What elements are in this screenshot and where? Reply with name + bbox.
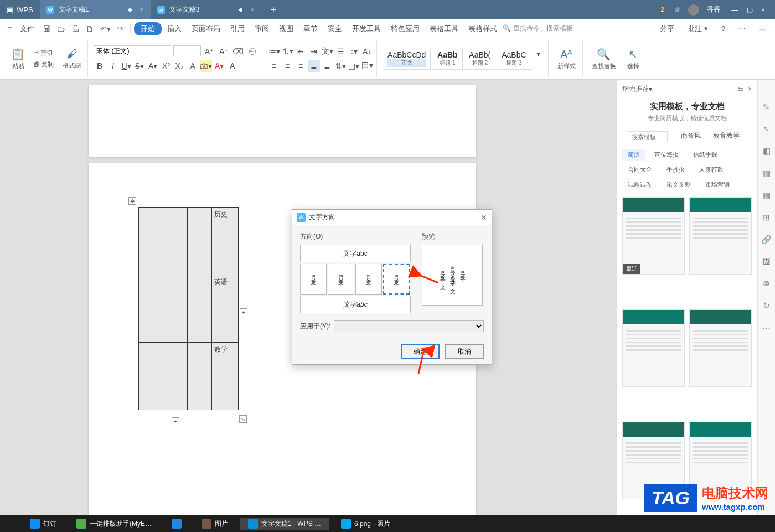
italic-button[interactable]: I — [107, 60, 119, 72]
maximize-icon[interactable]: ▢ — [743, 6, 756, 14]
crown-icon[interactable]: ♕ — [674, 6, 680, 14]
cat-letter[interactable]: 信纸手账 — [688, 149, 723, 161]
cat-exam[interactable]: 试题试卷 — [622, 179, 658, 190]
close-icon[interactable]: × — [251, 6, 255, 14]
subscript-button[interactable]: X₂ — [173, 60, 185, 72]
menu-share[interactable]: 分享 — [655, 22, 679, 36]
resize-handle-icon[interactable]: ⤡ — [239, 415, 247, 423]
edit-icon[interactable]: ✎ — [763, 102, 770, 112]
avatar[interactable] — [688, 4, 699, 16]
paste-button[interactable]: 📋粘贴 — [8, 47, 28, 71]
taskbar-typeset[interactable]: 一键排版助手(MyE… — [69, 518, 159, 530]
menu-dev[interactable]: 开发工具 — [348, 22, 385, 36]
close-icon[interactable]: × — [140, 6, 144, 14]
menu-comment[interactable]: 批注 ▾ — [683, 22, 712, 36]
bold-button[interactable]: B — [94, 60, 106, 72]
cat-thesis[interactable]: 论文文献 — [661, 179, 696, 190]
save-icon[interactable]: 🖫 — [40, 22, 53, 35]
direction-v1[interactable]: 文字abc — [300, 264, 327, 295]
direction-horizontal-2[interactable]: 文字abc — [300, 296, 411, 313]
borders-icon[interactable]: 田▾ — [361, 60, 373, 72]
chain-icon[interactable]: 🔗 — [761, 235, 772, 245]
cell-math[interactable]: 数学 — [212, 343, 239, 410]
cat-poster[interactable]: 宣传海报 — [649, 149, 684, 161]
chevron-up-icon[interactable]: ︿ — [755, 22, 771, 36]
undo-icon[interactable]: ↶▾ — [97, 22, 113, 35]
command-search[interactable]: 🔍 查找命令、搜索模板 — [503, 24, 572, 33]
text-effect-button[interactable]: A — [187, 60, 199, 72]
tab-business[interactable]: 商务风 — [676, 129, 705, 144]
template-search[interactable] — [628, 131, 668, 142]
settings-icon[interactable]: ⇆ — [738, 85, 743, 93]
cat-contract[interactable]: 合同大全 — [622, 164, 658, 175]
menu-insert[interactable]: 插入 — [163, 22, 186, 36]
cut-button[interactable]: ✂ 剪切 — [32, 48, 56, 58]
minimize-icon[interactable]: — — [728, 6, 741, 14]
line-spacing-icon[interactable]: ↕▾ — [348, 45, 360, 58]
template-item[interactable]: 最近 — [622, 197, 685, 275]
shading-icon[interactable]: ◫▾ — [348, 60, 360, 72]
layers-icon[interactable]: ◧ — [763, 146, 771, 156]
select-button[interactable]: ↖选择 — [624, 47, 643, 71]
taskbar-photos[interactable]: 图片 — [194, 518, 236, 530]
text-dir-icon[interactable]: 文▾ — [321, 45, 333, 58]
cell-history[interactable]: 历史 — [212, 208, 239, 275]
taskbar-app3[interactable] — [164, 518, 189, 530]
menu-table-tools[interactable]: 表格工具 — [425, 22, 463, 36]
grow-font-icon[interactable]: A⁺ — [203, 45, 215, 58]
align-dist2-icon[interactable]: ≣ — [321, 60, 333, 72]
style-h3[interactable]: AaBbC标题 3 — [497, 48, 531, 70]
template-item[interactable] — [689, 197, 752, 275]
align-justify-icon[interactable]: ≣ — [308, 60, 320, 72]
indent-inc-icon[interactable]: ⇥ — [308, 45, 320, 58]
document-table[interactable]: 历史 英语 数学 — [138, 207, 239, 410]
menu-security[interactable]: 安全 — [323, 22, 347, 36]
history-icon[interactable]: ↻ — [763, 301, 770, 311]
strike-button[interactable]: S̶▾ — [133, 60, 146, 72]
find-replace-button[interactable]: 🔍查找替换 — [588, 47, 619, 71]
document-pane[interactable]: ✥ 历史 英语 数学 + + ⤡ W 文字方向 ✕ 方向 — [0, 80, 616, 532]
style-h2[interactable]: AaBb(标题 2 — [464, 48, 495, 70]
cat-hr[interactable]: 人资行政 — [694, 164, 729, 175]
numbering-icon[interactable]: ⒈▾ — [281, 45, 293, 58]
direction-v4-selected[interactable]: 文字abc — [383, 264, 410, 295]
cat-marketing[interactable]: 市场营销 — [700, 179, 735, 190]
align-left-icon[interactable]: ≡ — [268, 60, 280, 72]
underline-button[interactable]: U▾ — [120, 60, 132, 72]
image-icon[interactable]: 🖼 — [762, 257, 771, 266]
menu-featured[interactable]: 特色应用 — [386, 22, 424, 36]
style-normal[interactable]: AaBbCcDd正文 — [383, 48, 431, 70]
grid-icon[interactable]: ▦ — [763, 190, 771, 200]
taskbar-png[interactable]: 6.png - 照片 — [333, 518, 398, 530]
menu-ref[interactable]: 引用 — [226, 22, 249, 36]
template-item[interactable] — [622, 309, 685, 387]
move-handle-icon[interactable]: ✥ — [128, 197, 136, 205]
print-icon[interactable]: 🖶 — [69, 22, 82, 35]
align-dist-icon[interactable]: ☰ — [334, 45, 347, 58]
cat-resume[interactable]: 简历 — [622, 149, 645, 161]
help-icon[interactable]: ? — [717, 22, 730, 35]
taskbar-wps[interactable]: 文字文稿1 - WPS … — [240, 518, 329, 530]
menu-file[interactable]: 文件 — [16, 22, 39, 36]
bullets-icon[interactable]: ≔▾ — [268, 45, 280, 58]
direction-v3[interactable]: 文字abc — [355, 264, 382, 295]
format-painter-button[interactable]: 🖌格式刷 — [59, 47, 84, 71]
cancel-button[interactable]: 取消 — [445, 344, 484, 359]
font-color-button[interactable]: A▾ — [147, 60, 159, 72]
layout-icon[interactable]: ▥ — [763, 168, 771, 178]
hamburger-icon[interactable]: ≡ — [4, 22, 14, 35]
cell-english[interactable]: 英语 — [212, 275, 239, 343]
close-icon[interactable]: × — [748, 85, 752, 93]
superscript-button[interactable]: X² — [160, 60, 172, 72]
settings-icon[interactable]: ⊛ — [763, 278, 770, 288]
tab-doc3[interactable]: W 文字文稿3 × — [151, 0, 261, 19]
more-icon[interactable]: ⋯ — [734, 22, 750, 35]
font-name-select[interactable] — [94, 45, 171, 56]
redo-icon[interactable]: ↷ — [115, 22, 127, 35]
more-icon[interactable]: ⋯ — [762, 323, 771, 333]
taskbar-dingtalk[interactable]: 钉钉 — [22, 518, 64, 530]
apply-select[interactable] — [334, 320, 484, 332]
menu-table-style[interactable]: 表格样式 — [464, 22, 502, 36]
cursor-icon[interactable]: ↖ — [763, 124, 770, 134]
new-tab-button[interactable]: ＋ — [261, 0, 286, 19]
